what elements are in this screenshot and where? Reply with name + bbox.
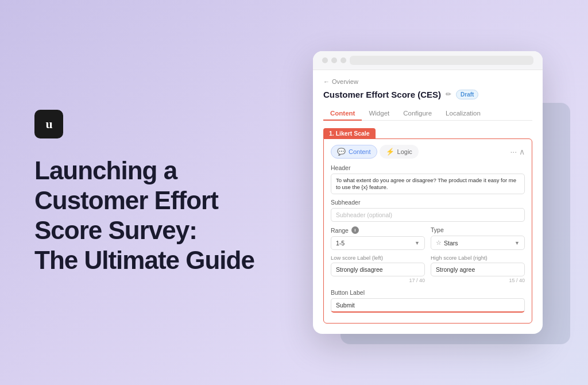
button-label-field-label: Button Label xyxy=(331,289,525,296)
tab-configure[interactable]: Configure xyxy=(396,106,439,120)
back-arrow-icon: ← xyxy=(323,78,330,85)
high-score-input[interactable]: Strongly agree xyxy=(431,263,525,276)
tab-widget[interactable]: Widget xyxy=(362,106,396,120)
topbar-dot-1 xyxy=(322,57,328,63)
mockup-wrapper: ← Overview Customer Effort Score (CES) ✏… xyxy=(313,51,560,334)
range-col: Range i 1-5 ▼ xyxy=(331,226,425,250)
back-link-text: Overview xyxy=(332,78,358,85)
range-type-row: Range i 1-5 ▼ Type xyxy=(331,226,525,250)
type-value: Stars xyxy=(444,240,458,247)
header-field-label: Header xyxy=(331,164,525,171)
back-link[interactable]: ← Overview xyxy=(323,78,532,85)
button-label-input[interactable]: Submit xyxy=(331,298,525,313)
topbar-dot-3 xyxy=(341,57,346,63)
high-score-col: High score Label (right) Strongly agree … xyxy=(431,255,525,287)
type-col: Type ☆ Stars ▼ xyxy=(431,226,525,250)
content-icon: 💬 xyxy=(337,148,346,156)
low-score-col: Low score Label (left) Strongly disagree… xyxy=(331,255,425,287)
mockup-card: ← Overview Customer Effort Score (CES) ✏… xyxy=(313,51,543,334)
content-toggle-btn[interactable]: 💬 Content xyxy=(331,145,377,159)
likert-box: 💬 Content ⚡ Logic ··· ∧ H xyxy=(323,138,532,324)
toggle-row: 💬 Content ⚡ Logic ··· ∧ xyxy=(331,145,525,159)
headline-line4: The Ultimate Guide xyxy=(34,246,254,274)
tab-localization[interactable]: Localization xyxy=(439,106,488,120)
range-label: Range xyxy=(331,227,349,234)
type-select[interactable]: ☆ Stars ▼ xyxy=(431,236,525,250)
content-btn-label: Content xyxy=(349,148,371,155)
headline-line3: Score Survey: xyxy=(34,216,197,244)
subheader-input[interactable]: Subheader (optional) xyxy=(331,208,525,222)
logic-toggle-btn[interactable]: ⚡ Logic xyxy=(380,145,419,159)
mockup-content: ← Overview Customer Effort Score (CES) ✏… xyxy=(313,70,543,334)
tabs-row: Content Widget Configure Localization xyxy=(323,106,532,121)
star-icon: ☆ xyxy=(436,239,442,247)
tab-content[interactable]: Content xyxy=(323,106,362,120)
range-select[interactable]: 1-5 ▼ xyxy=(331,236,425,250)
survey-title-row: Customer Effort Score (CES) ✏ Draft xyxy=(323,90,532,99)
headline-line1: Launching a xyxy=(34,156,177,184)
high-score-label: High score Label (right) xyxy=(431,255,525,261)
more-icon[interactable]: ··· ∧ xyxy=(510,147,525,156)
right-panel: ← Overview Customer Effort Score (CES) ✏… xyxy=(310,51,563,334)
edit-icon[interactable]: ✏ xyxy=(446,90,451,98)
logo-text: u xyxy=(45,117,52,132)
range-dropdown-arrow: ▼ xyxy=(415,240,420,246)
logic-icon: ⚡ xyxy=(386,148,394,156)
range-info-icon: i xyxy=(351,226,359,234)
topbar-urlbar xyxy=(350,56,533,65)
likert-section: 1. Likert Scale 💬 Content ⚡ xyxy=(323,128,532,324)
headline-line2: Customer Effort xyxy=(34,186,218,214)
toggle-buttons: 💬 Content ⚡ Logic xyxy=(331,145,419,159)
topbar-dot-2 xyxy=(331,57,337,63)
left-panel: u Launching a Customer Effort Score Surv… xyxy=(34,110,310,275)
score-label-row: Low score Label (left) Strongly disagree… xyxy=(331,255,525,287)
low-score-label: Low score Label (left) xyxy=(331,255,425,261)
low-score-char-count: 17 / 40 xyxy=(331,278,425,283)
browser-topbar xyxy=(313,51,543,70)
survey-title: Customer Effort Score (CES) xyxy=(323,90,441,99)
low-score-input[interactable]: Strongly disagree xyxy=(331,263,425,276)
logic-btn-label: Logic xyxy=(397,148,412,155)
subheader-field-label: Subheader xyxy=(331,199,525,206)
type-dropdown-arrow: ▼ xyxy=(514,240,520,246)
range-value: 1-5 xyxy=(336,240,345,247)
high-score-char-count: 15 / 40 xyxy=(431,278,525,283)
section-tag: 1. Likert Scale xyxy=(323,128,376,138)
logo: u xyxy=(34,110,63,138)
type-label: Type xyxy=(431,226,525,233)
headline: Launching a Customer Effort Score Survey… xyxy=(34,156,310,275)
draft-badge: Draft xyxy=(456,90,478,99)
header-input[interactable]: To what extent do you agree or disagree?… xyxy=(331,174,525,195)
